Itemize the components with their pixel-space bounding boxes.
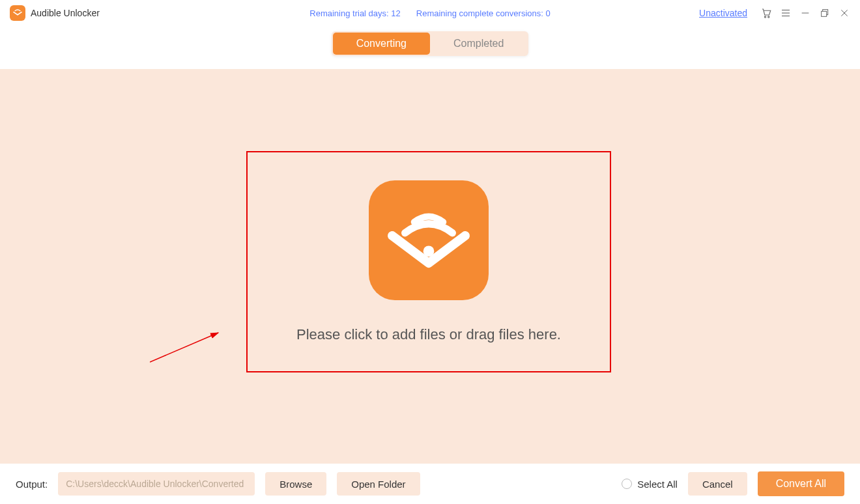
main-area: Please click to add files or drag files … — [0, 69, 860, 468]
app-logo-icon — [10, 5, 25, 21]
menu-icon[interactable] — [780, 7, 792, 19]
svg-line-10 — [150, 333, 218, 362]
dropzone-logo-icon — [369, 180, 489, 300]
app-title: Audible Unlocker — [31, 8, 100, 18]
footer: Output: C:\Users\decck\Audible Unlocker\… — [0, 464, 860, 504]
trial-info: Remaining trial days: 12 Remaining compl… — [309, 8, 550, 18]
svg-rect-7 — [822, 11, 827, 16]
tab-completed[interactable]: Completed — [430, 33, 527, 55]
titlebar: Audible Unlocker Remaining trial days: 1… — [0, 0, 860, 26]
tabs-container: Converting Completed — [0, 26, 860, 69]
conversions-label: Remaining complete conversions: 0 — [416, 8, 551, 18]
output-path-field[interactable]: C:\Users\decck\Audible Unlocker\Converte… — [58, 472, 255, 496]
svg-point-0 — [764, 16, 766, 18]
radio-icon — [622, 479, 632, 489]
annotation-arrow-icon — [150, 329, 228, 369]
tabs: Converting Completed — [332, 31, 529, 56]
convert-all-button[interactable]: Convert All — [758, 471, 844, 496]
dropzone[interactable]: Please click to add files or drag files … — [246, 151, 611, 372]
maximize-icon[interactable] — [819, 7, 831, 19]
browse-button[interactable]: Browse — [265, 472, 326, 496]
output-label: Output: — [16, 479, 48, 490]
cart-icon[interactable] — [760, 7, 772, 19]
unactivated-link[interactable]: Unactivated — [699, 8, 747, 18]
output-path-text: C:\Users\decck\Audible Unlocker\Converte… — [66, 479, 244, 489]
minimize-icon[interactable] — [799, 7, 811, 19]
open-folder-button[interactable]: Open Folder — [337, 472, 420, 496]
trial-days-label: Remaining trial days: 12 — [309, 8, 400, 18]
close-icon[interactable] — [838, 7, 850, 19]
select-all-label: Select All — [637, 479, 678, 490]
svg-point-1 — [768, 16, 769, 18]
tab-converting[interactable]: Converting — [333, 33, 430, 55]
svg-point-11 — [423, 245, 435, 257]
select-all-checkbox[interactable]: Select All — [622, 479, 678, 490]
window-controls: Unactivated — [699, 7, 850, 19]
cancel-button[interactable]: Cancel — [688, 472, 747, 496]
dropzone-text: Please click to add files or drag files … — [296, 326, 561, 343]
